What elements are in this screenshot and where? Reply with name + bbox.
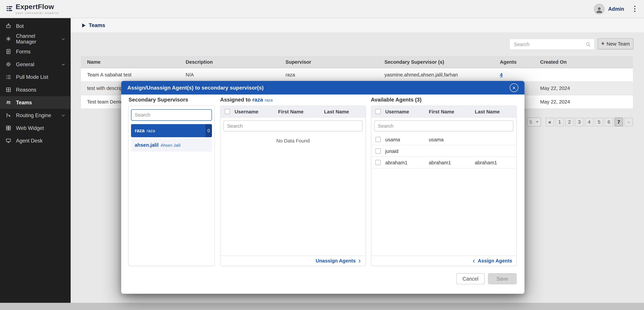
column-header-first-name: First Name [278, 109, 324, 114]
column-header-secondary-supervisor: Secondary Supervisor (s) [378, 59, 494, 65]
supervisor-fullname: Ahsen Jalil [160, 143, 180, 147]
supervisor-username: raza [135, 128, 144, 134]
select-all-checkbox[interactable] [225, 109, 230, 114]
agent-checkbox[interactable] [376, 160, 381, 165]
secondary-supervisors-panel: raza raza 0 ahsen.jalil Ahsen Jalil [128, 106, 215, 266]
pagination-prev[interactable]: « [546, 118, 554, 126]
pagination-page-2[interactable]: 2 [565, 118, 574, 126]
cancel-button[interactable]: Cancel [456, 273, 485, 284]
agent-row[interactable]: abraham1 abraham1 abraham1 [371, 157, 516, 168]
sidebar-item-label: Routing Engine [16, 112, 51, 118]
select-all-checkbox[interactable] [376, 109, 381, 114]
sidebar-item-label: Bot [16, 23, 24, 29]
sidebar-item-channel-manager[interactable]: Channel Manager [0, 32, 71, 45]
supervisor-search-input[interactable] [131, 109, 212, 121]
logo-icon [6, 5, 13, 12]
available-agents-title: Available Agents (3) [371, 96, 422, 103]
chevron-down-icon [61, 37, 65, 41]
close-icon[interactable]: × [510, 83, 518, 92]
cell-username: abraham1 [385, 160, 429, 165]
supervisor-fullname: raza [147, 128, 155, 133]
supervisor-list-item-raza[interactable]: raza raza 0 [131, 124, 212, 137]
chevron-left-icon [472, 258, 476, 263]
column-header-username: Username [385, 109, 429, 114]
sidebar-item-general[interactable]: General [0, 58, 71, 71]
sidebar-item-label: Pull Mode List [16, 74, 48, 80]
supervisor-username: ahsen.jalil [135, 142, 158, 148]
cell-name: Team A sabahat test [81, 72, 180, 78]
teams-icon [6, 100, 12, 106]
unassign-agents-button[interactable]: Unassign Agents [220, 256, 366, 266]
agents-count-link[interactable]: 4 [500, 72, 502, 78]
cell-created-on: May 22, 2024 [534, 86, 633, 91]
supervisor-list-item-ahsen-jalil[interactable]: ahsen.jalil Ahsen Jalil [131, 138, 212, 152]
assigned-search-input[interactable] [224, 120, 363, 132]
breadcrumb-arrow-icon [82, 23, 86, 27]
sidebar-item-routing-engine[interactable]: Routing Engine [0, 109, 71, 122]
new-team-button[interactable]: + New Team [598, 38, 634, 49]
column-header-username: Username [234, 109, 278, 114]
pagination-page-5[interactable]: 5 [595, 118, 603, 126]
sidebar-item-bot[interactable]: Bot [0, 20, 71, 32]
page-title[interactable]: Teams [89, 22, 105, 28]
page-size-select[interactable]: 5 [527, 118, 541, 126]
brand-tagline: your callcenter experts [16, 12, 59, 14]
column-header-last-name: Last Name [475, 109, 516, 114]
channel-manager-icon [6, 36, 12, 42]
assigned-count-badge: 0 [206, 124, 212, 137]
chevron-down-icon [61, 62, 65, 66]
pagination-page-1[interactable]: 1 [555, 118, 564, 126]
pagination: 5 « 1 2 3 4 5 6 7 » [527, 118, 633, 126]
caret-down-icon [536, 121, 538, 123]
pagination-page-6[interactable]: 6 [604, 118, 613, 126]
table-header-row: Name Description Supervisor Secondary Su… [81, 56, 633, 68]
modal-header: Assign/Unassign Agent(s) to secondary su… [121, 81, 524, 94]
agent-checkbox[interactable] [376, 148, 381, 154]
avatar[interactable] [594, 4, 604, 14]
cell-secondary-supervisors: yasmine.ahmed,ahsen.jalil,farhan [378, 72, 494, 78]
assign-agents-button[interactable]: Assign Agents [371, 256, 516, 266]
reasons-icon [6, 87, 12, 93]
sidebar-item-forms[interactable]: Forms [0, 45, 71, 58]
bot-icon [6, 23, 12, 29]
column-header-created-on: Created On [534, 59, 633, 65]
top-header: ExpertFlow your callcenter experts Admin [0, 0, 644, 18]
pagination-page-7[interactable]: 7 [614, 118, 623, 126]
column-header-last-name: Last Name [324, 109, 366, 114]
table-row: Team A sabahat test N/A raza yasmine.ahm… [81, 68, 633, 82]
chevron-right-icon [358, 258, 362, 263]
pull-mode-list-icon [6, 74, 12, 80]
kebab-menu-icon[interactable] [631, 4, 638, 14]
available-search-input[interactable] [374, 120, 514, 132]
secondary-supervisors-title: Secondary Supervisors [128, 96, 188, 103]
sidebar-item-web-widget[interactable]: Web Widget [0, 122, 71, 134]
column-header-supervisor: Supervisor [279, 59, 378, 65]
pagination-page-3[interactable]: 3 [575, 118, 584, 126]
general-icon [6, 61, 12, 68]
sidebar-item-label: Teams [16, 100, 32, 105]
search-input[interactable] [510, 39, 585, 49]
sidebar-item-reasons[interactable]: Reasons [0, 83, 71, 96]
page-size-value: 5 [530, 120, 532, 124]
cell-created-on: May 22, 2024 [534, 99, 633, 105]
agent-checkbox[interactable] [376, 137, 381, 142]
sidebar: Bot Channel Manager Forms General [0, 18, 71, 303]
breadcrumb: Teams [71, 18, 644, 33]
chevron-down-icon [61, 113, 65, 117]
sidebar-item-pull-mode-list[interactable]: Pull Mode List [0, 71, 71, 84]
sidebar-item-teams[interactable]: Teams [0, 96, 71, 109]
cell-username: junaid [385, 148, 429, 154]
assigned-supervisor-username: raza [252, 96, 263, 103]
agent-row[interactable]: usama usama [371, 134, 516, 145]
pagination-page-4[interactable]: 4 [585, 118, 594, 126]
pagination-next[interactable]: » [624, 118, 633, 126]
no-data-message: No Data Found [220, 138, 366, 144]
sidebar-item-agent-desk[interactable]: Agent Desk [0, 134, 71, 147]
user-name[interactable]: Admin [608, 6, 624, 12]
agent-row[interactable]: junaid [371, 146, 516, 157]
assign-unassign-modal: Assign/Unassign Agent(s) to secondary su… [121, 81, 524, 294]
horizontal-scrollbar[interactable] [0, 303, 644, 310]
save-button[interactable]: Save [488, 273, 517, 284]
assigned-agents-panel: Username First Name Last Name No Data Fo… [220, 106, 366, 266]
column-header-description: Description [180, 59, 279, 65]
